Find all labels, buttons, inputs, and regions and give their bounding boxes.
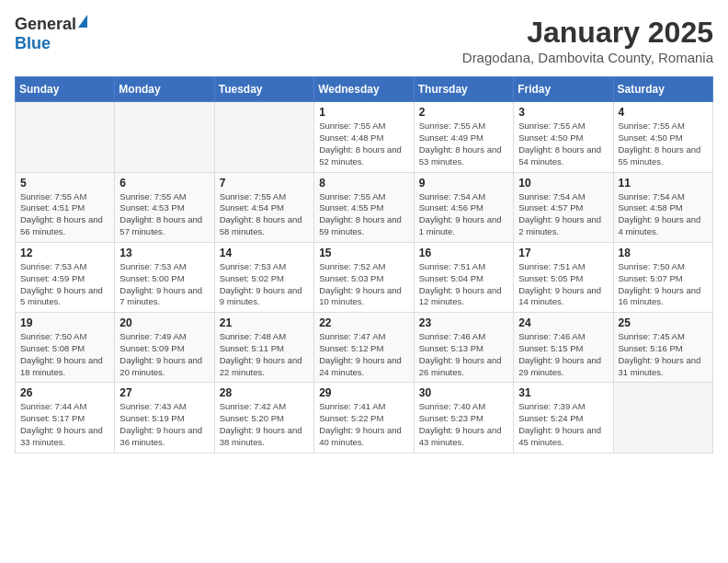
calendar-cell: 23Sunrise: 7:46 AM Sunset: 5:13 PM Dayli… [414, 313, 513, 383]
calendar-cell: 28Sunrise: 7:42 AM Sunset: 5:20 PM Dayli… [214, 383, 313, 453]
day-number: 25 [619, 316, 709, 329]
day-number: 24 [518, 316, 608, 329]
day-number: 21 [220, 316, 309, 329]
day-number: 3 [518, 106, 608, 119]
day-info: Sunrise: 7:50 AM Sunset: 5:07 PM Dayligh… [619, 261, 709, 308]
day-info: Sunrise: 7:39 AM Sunset: 5:24 PM Dayligh… [518, 401, 608, 448]
calendar-cell [16, 102, 115, 172]
day-number: 20 [119, 316, 209, 329]
day-number: 26 [20, 386, 109, 399]
day-info: Sunrise: 7:45 AM Sunset: 5:16 PM Dayligh… [619, 331, 709, 378]
calendar-cell [214, 102, 313, 172]
day-number: 14 [220, 247, 309, 259]
calendar-cell: 14Sunrise: 7:53 AM Sunset: 5:02 PM Dayli… [214, 242, 313, 312]
day-number: 7 [220, 177, 309, 190]
day-number: 8 [319, 177, 409, 190]
calendar-cell: 9Sunrise: 7:54 AM Sunset: 4:56 PM Daylig… [414, 172, 513, 242]
calendar-cell: 25Sunrise: 7:45 AM Sunset: 5:16 PM Dayli… [613, 313, 713, 383]
day-info: Sunrise: 7:46 AM Sunset: 5:15 PM Dayligh… [518, 331, 608, 378]
day-info: Sunrise: 7:53 AM Sunset: 5:02 PM Dayligh… [220, 261, 309, 308]
weekday-header: Tuesday [214, 77, 313, 102]
logo-general-text: General [15, 15, 76, 34]
day-info: Sunrise: 7:42 AM Sunset: 5:20 PM Dayligh… [220, 401, 309, 448]
calendar-cell: 22Sunrise: 7:47 AM Sunset: 5:12 PM Dayli… [314, 313, 415, 383]
day-info: Sunrise: 7:55 AM Sunset: 4:54 PM Dayligh… [220, 191, 309, 238]
calendar-cell: 29Sunrise: 7:41 AM Sunset: 5:22 PM Dayli… [314, 383, 415, 453]
calendar-cell: 20Sunrise: 7:49 AM Sunset: 5:09 PM Dayli… [115, 313, 214, 383]
day-info: Sunrise: 7:55 AM Sunset: 4:51 PM Dayligh… [20, 191, 109, 238]
day-number: 29 [319, 386, 409, 399]
day-info: Sunrise: 7:54 AM Sunset: 4:56 PM Dayligh… [419, 191, 508, 238]
calendar-cell: 2Sunrise: 7:55 AM Sunset: 4:49 PM Daylig… [414, 102, 513, 172]
calendar-cell: 27Sunrise: 7:43 AM Sunset: 5:19 PM Dayli… [115, 383, 214, 453]
day-number: 23 [419, 316, 508, 329]
day-info: Sunrise: 7:48 AM Sunset: 5:11 PM Dayligh… [220, 331, 309, 378]
day-number: 1 [319, 106, 409, 119]
day-info: Sunrise: 7:55 AM Sunset: 4:50 PM Dayligh… [518, 121, 608, 167]
weekday-header: Sunday [16, 77, 115, 102]
day-number: 10 [518, 177, 608, 190]
day-number: 22 [319, 316, 409, 329]
weekday-header: Saturday [613, 77, 713, 102]
weekday-header: Monday [115, 77, 214, 102]
calendar-cell: 17Sunrise: 7:51 AM Sunset: 5:05 PM Dayli… [514, 242, 613, 312]
day-info: Sunrise: 7:55 AM Sunset: 4:48 PM Dayligh… [319, 121, 409, 167]
day-info: Sunrise: 7:51 AM Sunset: 5:04 PM Dayligh… [419, 261, 508, 308]
calendar-cell: 26Sunrise: 7:44 AM Sunset: 5:17 PM Dayli… [16, 383, 115, 453]
month-title: January 2025 [462, 15, 713, 50]
calendar-cell: 21Sunrise: 7:48 AM Sunset: 5:11 PM Dayli… [214, 313, 313, 383]
calendar-cell: 6Sunrise: 7:55 AM Sunset: 4:53 PM Daylig… [115, 172, 214, 242]
calendar-cell: 18Sunrise: 7:50 AM Sunset: 5:07 PM Dayli… [613, 242, 713, 312]
calendar-cell: 31Sunrise: 7:39 AM Sunset: 5:24 PM Dayli… [514, 383, 613, 453]
day-number: 11 [619, 177, 709, 190]
location-title: Dragodana, Dambovita County, Romania [462, 50, 713, 65]
day-info: Sunrise: 7:55 AM Sunset: 4:55 PM Dayligh… [319, 191, 409, 238]
day-number: 15 [319, 247, 409, 259]
title-block: January 2025 Dragodana, Dambovita County… [462, 15, 713, 65]
calendar-cell: 4Sunrise: 7:55 AM Sunset: 4:50 PM Daylig… [613, 102, 713, 172]
day-number: 16 [419, 247, 508, 259]
day-info: Sunrise: 7:53 AM Sunset: 4:59 PM Dayligh… [20, 261, 109, 308]
calendar-week-row: 5Sunrise: 7:55 AM Sunset: 4:51 PM Daylig… [16, 172, 713, 242]
day-info: Sunrise: 7:54 AM Sunset: 4:58 PM Dayligh… [619, 191, 709, 238]
logo-blue-text: Blue [15, 34, 51, 53]
day-info: Sunrise: 7:52 AM Sunset: 5:03 PM Dayligh… [319, 261, 409, 308]
day-number: 18 [619, 247, 709, 259]
logo-arrow-icon [78, 15, 87, 28]
day-number: 12 [20, 247, 109, 259]
day-info: Sunrise: 7:40 AM Sunset: 5:23 PM Dayligh… [419, 401, 508, 448]
day-info: Sunrise: 7:55 AM Sunset: 4:53 PM Dayligh… [119, 191, 209, 238]
calendar-cell [115, 102, 214, 172]
day-info: Sunrise: 7:43 AM Sunset: 5:19 PM Dayligh… [119, 401, 209, 448]
calendar-table: SundayMondayTuesdayWednesdayThursdayFrid… [15, 76, 713, 453]
calendar-cell: 15Sunrise: 7:52 AM Sunset: 5:03 PM Dayli… [314, 242, 415, 312]
day-number: 19 [20, 316, 109, 329]
calendar-cell: 1Sunrise: 7:55 AM Sunset: 4:48 PM Daylig… [314, 102, 415, 172]
day-number: 28 [220, 386, 309, 399]
day-number: 9 [419, 177, 508, 190]
weekday-header: Friday [514, 77, 613, 102]
day-number: 4 [619, 106, 709, 119]
calendar-cell: 10Sunrise: 7:54 AM Sunset: 4:57 PM Dayli… [514, 172, 613, 242]
calendar-cell: 24Sunrise: 7:46 AM Sunset: 5:15 PM Dayli… [514, 313, 613, 383]
day-number: 17 [518, 247, 608, 259]
day-info: Sunrise: 7:53 AM Sunset: 5:00 PM Dayligh… [119, 261, 209, 308]
calendar-week-row: 19Sunrise: 7:50 AM Sunset: 5:08 PM Dayli… [16, 313, 713, 383]
calendar-cell: 7Sunrise: 7:55 AM Sunset: 4:54 PM Daylig… [214, 172, 313, 242]
day-info: Sunrise: 7:55 AM Sunset: 4:50 PM Dayligh… [619, 121, 709, 167]
day-info: Sunrise: 7:46 AM Sunset: 5:13 PM Dayligh… [419, 331, 508, 378]
day-number: 2 [419, 106, 508, 119]
day-number: 31 [518, 386, 608, 399]
day-info: Sunrise: 7:54 AM Sunset: 4:57 PM Dayligh… [518, 191, 608, 238]
calendar-cell: 12Sunrise: 7:53 AM Sunset: 4:59 PM Dayli… [16, 242, 115, 312]
day-number: 5 [20, 177, 109, 190]
day-info: Sunrise: 7:55 AM Sunset: 4:49 PM Dayligh… [419, 121, 508, 167]
calendar-week-row: 1Sunrise: 7:55 AM Sunset: 4:48 PM Daylig… [16, 102, 713, 172]
calendar-cell [613, 383, 713, 453]
day-info: Sunrise: 7:41 AM Sunset: 5:22 PM Dayligh… [319, 401, 409, 448]
calendar-cell: 5Sunrise: 7:55 AM Sunset: 4:51 PM Daylig… [16, 172, 115, 242]
calendar-week-row: 26Sunrise: 7:44 AM Sunset: 5:17 PM Dayli… [16, 383, 713, 453]
weekday-header: Thursday [414, 77, 513, 102]
day-info: Sunrise: 7:50 AM Sunset: 5:08 PM Dayligh… [20, 331, 109, 378]
day-number: 13 [119, 247, 209, 259]
